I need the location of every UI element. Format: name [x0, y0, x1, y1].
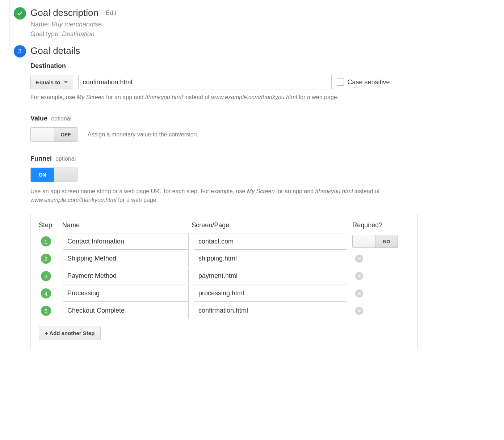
destination-input[interactable] — [78, 75, 332, 89]
delete-step-icon[interactable]: ✕ — [355, 272, 363, 280]
funnel-help: Use an app screen name string or a web p… — [30, 187, 407, 204]
value-optional: optional — [51, 115, 71, 122]
delete-step-icon[interactable]: ✕ — [355, 289, 363, 297]
step-page-input[interactable] — [194, 268, 347, 284]
destination-label: Destination — [30, 62, 493, 70]
funnel-label: Funnel — [30, 155, 52, 162]
funnel-optional: optional — [55, 156, 76, 162]
step-3-badge: 3 — [14, 45, 26, 58]
step-page-input[interactable] — [194, 250, 347, 267]
funnel-step-row: 2✕ — [39, 250, 410, 267]
delete-step-icon[interactable]: ✕ — [355, 255, 363, 263]
funnel-step-row: 4✕ — [39, 285, 410, 302]
destination-match-dropdown[interactable]: Equals to — [30, 75, 73, 89]
step-number-badge: 4 — [41, 288, 51, 299]
value-toggle[interactable]: OFF — [30, 127, 77, 142]
case-sensitive-checkbox[interactable] — [337, 79, 344, 86]
add-step-button[interactable]: + Add another Step — [39, 326, 101, 340]
step-name-input[interactable] — [63, 268, 189, 284]
step-page-input[interactable] — [194, 302, 347, 319]
goal-type-line: Goal type: Destination — [30, 30, 493, 38]
case-sensitive-label: Case sensitive — [348, 79, 390, 86]
step-name-input[interactable] — [63, 285, 189, 302]
step-1-badge — [14, 7, 26, 20]
col-step-header: Step — [39, 221, 62, 229]
edit-link[interactable]: Edit — [106, 9, 116, 17]
funnel-step-row: 3✕ — [39, 267, 410, 285]
funnel-steps-box: Step Name Screen/Page Required? 1NO2✕3✕4… — [30, 214, 418, 349]
chevron-down-icon — [64, 81, 68, 83]
funnel-toggle[interactable]: ON — [30, 168, 77, 182]
step-page-input[interactable] — [194, 285, 347, 302]
goal-name-line: Name: Buy merchandise — [30, 21, 493, 28]
step-3-title: Goal details — [30, 45, 493, 56]
step-name-input[interactable] — [63, 250, 189, 267]
value-hint: Assign a monetary value to the conversio… — [88, 131, 198, 138]
checkmark-icon — [17, 10, 23, 17]
col-required-header: Required? — [352, 221, 410, 229]
step-name-input[interactable] — [63, 302, 189, 319]
col-name-header: Name — [62, 221, 192, 229]
required-toggle[interactable]: NO — [352, 235, 398, 248]
step-number-badge: 5 — [41, 306, 51, 316]
destination-help: For example, use My Screen for an app an… — [30, 93, 493, 102]
step-number-badge: 1 — [41, 236, 51, 246]
step-1-title: Goal description — [30, 7, 98, 18]
delete-step-icon[interactable]: ✕ — [355, 307, 363, 315]
step-number-badge: 2 — [41, 254, 51, 264]
step-number-badge: 3 — [41, 271, 51, 281]
funnel-step-row: 1NO — [39, 233, 410, 250]
step-name-input[interactable] — [63, 233, 189, 250]
step-page-input[interactable] — [194, 233, 347, 250]
funnel-step-row: 5✕ — [39, 302, 410, 320]
value-label: Value — [30, 115, 47, 122]
col-page-header: Screen/Page — [192, 221, 352, 229]
